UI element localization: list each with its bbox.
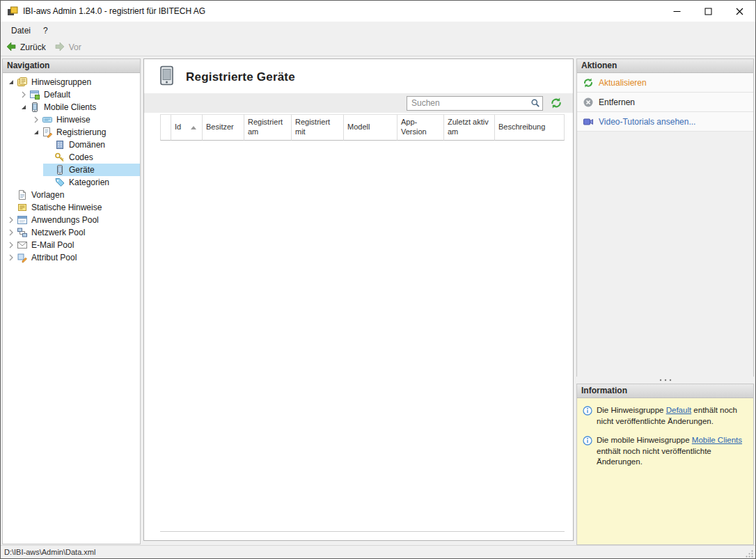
tree-item-statische-hinweise[interactable]: Statische Hinweise [6,201,140,214]
chevron-none [6,202,17,213]
column-header-modell[interactable]: Modell [344,114,397,141]
tree-item-email-pool[interactable]: E-Mail Pool [6,239,140,251]
chevron-down-icon[interactable] [6,77,17,88]
information-body: Die Hinweisgruppe Default enthält noch n… [577,398,753,544]
note-prefix: Die mobile Hinweisgruppe [597,436,692,444]
video-icon [583,116,594,127]
menu-help[interactable]: ? [37,23,54,38]
navigation-tree: Hinweisgruppen Default Mobile Clients Hi… [3,73,140,544]
maximize-icon[interactable] [693,1,724,22]
status-bar: D:\IBI-aws\Admin\Data.xml [1,545,755,558]
info-note-default: Die Hinweisgruppe Default enthält noch n… [583,405,748,427]
action-label: Entfernen [599,97,635,107]
chevron-none [43,164,54,175]
menu-datei[interactable]: Datei [5,23,37,38]
chevron-right-icon[interactable] [6,227,17,238]
tree-item-anwendungs-pool[interactable]: Anwendungs Pool [6,214,140,226]
codes-icon [54,152,67,163]
column-header-label: Id [175,123,181,132]
chevron-down-icon[interactable] [31,127,42,138]
chevron-right-icon[interactable] [6,214,17,226]
tree-item-label: Anwendungs Pool [29,215,101,225]
chevron-right-icon[interactable] [31,114,42,125]
column-header-selector[interactable] [160,114,171,141]
tree-item-hinweise[interactable]: Hinweise [31,113,140,126]
tree-item-vorlagen[interactable]: Vorlagen [6,189,140,201]
action-aktualisieren[interactable]: Aktualisieren [577,73,753,93]
devices-icon [54,164,67,175]
column-header-besitzer[interactable]: Besitzer [203,114,244,141]
information-header: Information [577,384,753,398]
column-header-zuletzt-aktiv[interactable]: Zuletzt aktiv am [444,114,495,141]
chevron-none [43,177,54,188]
attribute-pool-icon [17,252,29,263]
mobile-clients-icon [29,102,42,113]
tree-item-label: Mobile Clients [42,102,98,112]
email-pool-icon [17,239,29,251]
tree-item-domaenen[interactable]: Domänen [43,139,140,151]
chevron-none [43,139,54,150]
hints-icon [42,114,54,125]
tree-item-hinweisgruppen[interactable]: Hinweisgruppen [6,76,140,88]
tree-item-label: Kategorien [67,178,111,187]
info-note-text: Die mobile Hinweisgruppe Mobile Clients … [597,435,748,468]
link-mobile-clients-group[interactable]: Mobile Clients [692,436,742,444]
column-header-app-version[interactable]: App-Version [397,114,444,141]
search-icon[interactable] [530,98,540,110]
tree-item-registrierung[interactable]: Registrierung [31,126,140,139]
tree-item-label: E-Mail Pool [29,240,76,250]
column-header-id[interactable]: Id [171,114,203,141]
close-icon[interactable] [724,1,755,22]
column-header-registriert-mit[interactable]: Registriert mit [292,114,344,141]
column-header-beschreibung[interactable]: Beschreibung [495,114,565,141]
main-panel: Registrierte Geräte Id [143,58,574,541]
chevron-right-icon[interactable] [18,89,29,100]
refresh-list-icon[interactable] [549,95,564,111]
action-label: Video-Tutorials ansehen... [599,117,695,127]
tree-item-netzwerk-pool[interactable]: Netzwerk Pool [6,226,140,239]
tree-item-geraete[interactable]: Geräte [43,164,140,176]
default-group-icon [29,89,42,100]
navigation-header: Navigation [3,59,140,73]
resize-grip-icon[interactable] [745,549,754,558]
tree-item-label: Vorlagen [29,190,66,200]
sort-asc-icon [191,123,196,132]
tree-item-label: Geräte [67,165,97,175]
static-hints-icon [17,202,29,213]
tree-item-mobile-clients[interactable]: Mobile Clients [18,101,140,113]
search-input[interactable] [407,96,543,111]
toolbar: Zurück Vor [1,39,755,56]
back-button-label: Zurück [20,42,46,52]
forward-arrow-icon [54,41,65,54]
action-video-tutorials[interactable]: Video-Tutorials ansehen... [577,112,753,132]
chevron-right-icon[interactable] [6,239,17,251]
forward-button[interactable]: Vor [54,41,81,54]
tree-item-attribut-pool[interactable]: Attribut Pool [6,251,140,264]
remove-icon [583,97,594,108]
right-panel: Aktionen Aktualisieren Entfernen [576,58,754,545]
tree-item-default[interactable]: Default [18,88,140,101]
devices-table: Id Besitzer Registriert am Registriert m… [160,114,565,532]
tree-item-label: Attribut Pool [29,253,79,262]
chevron-right-icon[interactable] [6,252,17,263]
minimize-icon[interactable] [661,1,693,22]
back-button[interactable]: Zurück [6,41,46,54]
tree-item-label: Domänen [67,140,107,150]
action-entfernen[interactable]: Entfernen [577,93,753,112]
chevron-down-icon[interactable] [18,102,29,113]
info-icon [583,406,592,427]
column-header-registriert-am[interactable]: Registriert am [244,114,292,141]
domains-icon [54,139,67,150]
navigation-panel: Navigation Hinweisgruppen Default Mobile… [2,58,141,544]
note-prefix: Die Hinweisgruppe [597,406,666,414]
info-icon [583,436,592,468]
tree-item-label: Statische Hinweise [29,203,104,212]
app-window: IBI-aws Admin 1.24.0 - registriert für I… [0,0,756,559]
search-strip [144,93,573,113]
tree-item-codes[interactable]: Codes [43,151,140,164]
content-area: Navigation Hinweisgruppen Default Mobile… [1,56,755,545]
panel-splitter[interactable] [576,377,754,384]
tree-item-kategorien[interactable]: Kategorien [43,176,140,189]
link-default-group[interactable]: Default [666,406,691,414]
refresh-icon [583,77,594,88]
